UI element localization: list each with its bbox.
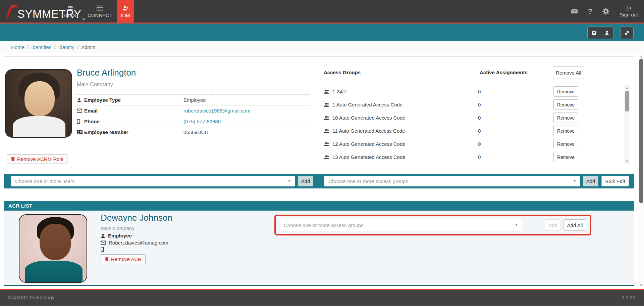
trash-icon xyxy=(11,157,15,162)
photo-shoulders xyxy=(25,261,83,283)
access-group-row: 1 Auto Generated Access Code 0 Remove xyxy=(324,98,619,111)
identity-details: Employee Type Employee Email robertdavie… xyxy=(77,94,310,137)
select-placeholder: Choose one or more access groups xyxy=(284,222,364,228)
remove-button[interactable]: Remove xyxy=(553,126,578,136)
access-groups-list: 1 24/7 0 Remove 1 Auto Generated Access … xyxy=(324,85,619,164)
remove-button[interactable]: Remove xyxy=(553,152,578,162)
footer-version: 2.0.20 xyxy=(621,295,635,300)
caret-down-icon: ▼ xyxy=(515,223,518,227)
globe-pin-icon xyxy=(591,30,597,36)
sub-toolbar xyxy=(0,24,644,41)
email-link[interactable]: robertdavies1988@gmail.com xyxy=(183,108,251,114)
footer-copyright: © AMAG Technology xyxy=(8,295,54,300)
tab-connect[interactable]: CONNECT xyxy=(83,0,117,24)
active-assignments-count: 0 xyxy=(478,141,481,147)
acr-employee-type-label: Employee xyxy=(108,233,132,238)
select-placeholder: Choose one or more access groups xyxy=(328,178,408,184)
remove-button[interactable]: Remove xyxy=(553,139,578,149)
acr-choose-access-groups-select[interactable]: Choose one or more access groups ▼ xyxy=(280,219,522,231)
access-group-name: 10 Auto Generated Access Code xyxy=(332,115,406,121)
access-group-row: 12 Auto Generated Access Code 0 Remove xyxy=(324,137,619,150)
page-title-identity-name: Bruce Arlington xyxy=(77,68,136,78)
connect-card-icon xyxy=(97,5,103,11)
acr-list-item: Dewayne Johnson Main Company Employee Ro… xyxy=(4,211,634,285)
scroll-up-icon[interactable]: ▲ xyxy=(638,55,644,58)
breadcrumb-home[interactable]: Home xyxy=(11,44,24,50)
identity-card-button[interactable] xyxy=(600,27,614,39)
users-group-icon xyxy=(324,102,332,107)
detail-row-email: Email robertdavies1988@gmail.com xyxy=(77,105,310,116)
remove-acrm-role-button[interactable]: Remove ACRM Role xyxy=(7,154,67,164)
sign-out-button[interactable]: Sign out xyxy=(620,5,638,17)
identity-company: Main Company xyxy=(77,82,113,88)
identity-photo xyxy=(5,69,72,138)
scroll-up-icon[interactable]: ▲ xyxy=(624,86,630,90)
expand-button[interactable] xyxy=(620,27,634,39)
acr-add-all-button[interactable]: Add All xyxy=(564,219,586,231)
acr-add-button[interactable]: Add xyxy=(545,219,561,231)
header-actions: ? Sign out xyxy=(571,0,638,23)
person-badge-icon xyxy=(604,30,609,35)
active-assignments-count: 0 xyxy=(478,115,481,121)
add-access-groups-button[interactable]: Add xyxy=(583,176,598,186)
access-groups-scrollbar[interactable]: ▲ ▼ xyxy=(624,85,630,164)
access-group-row: 13 Auto Generated Access Code 0 Remove xyxy=(324,150,619,164)
settings-gear-icon[interactable] xyxy=(602,8,609,15)
location-globe-button[interactable] xyxy=(587,27,601,39)
scroll-down-icon[interactable]: ▼ xyxy=(638,283,644,287)
choose-access-groups-select[interactable]: Choose one or more access groups ▼ xyxy=(324,176,580,186)
mail-icon[interactable] xyxy=(571,9,578,14)
acr-email-value: Robert.davies@amag.com xyxy=(109,240,168,246)
scroll-down-icon[interactable]: ▼ xyxy=(624,160,630,163)
choose-users-select[interactable]: Choose one or more users ▼ xyxy=(11,176,295,186)
remove-button[interactable]: Remove xyxy=(553,99,578,110)
photo-face xyxy=(40,224,71,260)
section-bottom-border xyxy=(4,285,634,286)
id-card-icon xyxy=(77,130,84,134)
acr-person-company: Main Company xyxy=(101,225,135,231)
access-groups-title: Access Groups xyxy=(324,70,361,75)
bulk-edit-button[interactable]: Bulk Edit xyxy=(601,176,629,186)
active-assignments-count: 0 xyxy=(478,89,481,94)
breadcrumb-identities[interactable]: Identities xyxy=(31,44,51,50)
remove-acr-button[interactable]: Remove ACR xyxy=(101,254,146,264)
detail-label: Employee Type xyxy=(84,97,121,103)
access-group-name: 1 24/7 xyxy=(332,89,346,94)
remove-button[interactable]: Remove xyxy=(553,113,578,123)
breadcrumb-identity[interactable]: Identity xyxy=(58,44,74,50)
phone-link[interactable]: (075) 577-82680 xyxy=(183,119,221,124)
remove-all-button[interactable]: Remove All xyxy=(553,66,584,79)
photo-face xyxy=(24,81,55,116)
users-group-icon xyxy=(324,155,332,160)
identity-panel: Bruce Arlington Main Company Employee Ty… xyxy=(4,56,634,170)
scrollbar-thumb[interactable] xyxy=(639,59,643,203)
active-assignments-count: 0 xyxy=(478,128,481,134)
mobile-phone-icon xyxy=(77,119,84,124)
access-group-name: 12 Auto Generated Access Code xyxy=(332,141,406,147)
detail-row-employee-number: Employee Number 06569DCD xyxy=(77,127,310,137)
help-icon[interactable]: ? xyxy=(588,7,592,16)
tab-guest[interactable]: GUEST xyxy=(58,0,83,24)
active-assignments-count: 0 xyxy=(478,154,481,160)
access-group-row: 10 Auto Generated Access Code 0 Remove xyxy=(324,111,619,124)
scrollbar-thumb[interactable] xyxy=(625,91,629,112)
detail-label: Email xyxy=(84,108,98,114)
assign-toolbar: Choose one or more users ▼ Add Choose on… xyxy=(4,174,634,188)
caret-down-icon: ▼ xyxy=(573,179,576,183)
remove-acr-label: Remove ACR xyxy=(111,256,142,262)
expand-arrows-icon xyxy=(624,30,630,36)
mobile-phone-icon xyxy=(101,247,104,252)
tab-idm-active[interactable]: IDM xyxy=(117,0,134,24)
main-nav-tabs: GUEST CONNECT IDM xyxy=(58,0,134,24)
highlighted-assign-area: Choose one or more access groups ▼ Add A… xyxy=(274,215,591,235)
access-group-name: 13 Auto Generated Access Code xyxy=(332,154,406,160)
add-users-button[interactable]: Add xyxy=(298,176,313,186)
active-assignments-title: Active Assignments xyxy=(480,70,528,75)
remove-button[interactable]: Remove xyxy=(553,86,578,97)
access-group-row: 1 24/7 0 Remove xyxy=(324,85,619,98)
acr-employee-type: Employee xyxy=(101,233,132,238)
top-header: SYMMETRY ™ GUEST CONNECT IDM ? xyxy=(0,0,644,24)
users-group-icon xyxy=(324,116,332,120)
caret-down-icon: ▼ xyxy=(288,179,291,183)
page-scrollbar[interactable]: ▲ ▼ xyxy=(638,53,644,288)
